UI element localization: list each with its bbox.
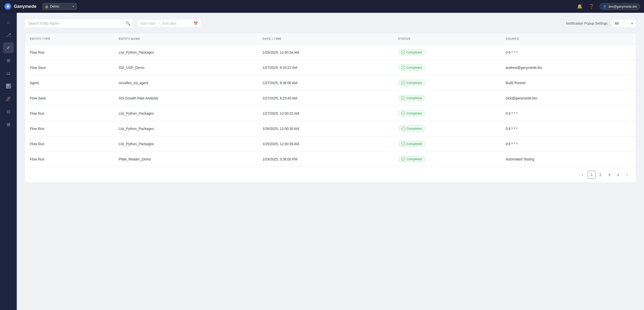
col-source: SOURCE — [501, 33, 636, 45]
cell-status: ✓Completed — [393, 91, 501, 106]
cell-status: ✓Completed — [393, 152, 501, 167]
cell-source: andrew@ganymede.bio — [501, 60, 636, 75]
pagination-page-2[interactable]: 2 — [596, 171, 604, 179]
cell-entity-name: List_Python_Packages — [114, 121, 258, 136]
sidebar-item-activity[interactable]: ✓ — [3, 42, 14, 53]
status-label: Completed — [406, 81, 422, 85]
status-badge: ✓Completed — [398, 49, 425, 55]
status-label: Completed — [406, 112, 422, 115]
cell-date-time: 1/26/2025, 12:00:30 AM — [258, 121, 393, 136]
cell-status: ✓Completed — [393, 60, 501, 75]
cell-date-time: 1/25/2025, 12:00:35 AM — [258, 136, 393, 152]
status-check-icon: ✓ — [401, 50, 405, 54]
status-badge: ✓Completed — [398, 126, 425, 132]
settings-dropdown-arrow-icon: ▾ — [631, 21, 633, 25]
cell-entity-type: Flow Run — [25, 121, 114, 136]
status-badge: ✓Completed — [398, 110, 425, 116]
cell-entity-type: Flow Run — [25, 106, 114, 121]
cell-entity-name: List_Python_Packages — [114, 45, 258, 60]
status-check-icon: ✓ — [401, 81, 405, 85]
search-button[interactable]: 🔍 — [126, 21, 130, 26]
notification-settings-value: All — [615, 21, 618, 25]
table-row[interactable]: Flow RunList_Python_Packages1/25/2025, 1… — [25, 136, 636, 152]
end-date-placeholder: End date — [162, 21, 176, 25]
cell-entity-name: List_Python_Packages — [114, 136, 258, 152]
activity-table: ENTITY TYPE ENTITY NAME DATE / TIME STAT… — [25, 33, 636, 166]
table2-icon: ⊠ — [7, 122, 10, 127]
cell-entity-name: Plate_Reader_Demo — [114, 152, 258, 167]
notification-settings-dropdown[interactable]: All ▾ — [612, 19, 636, 27]
pagination-prev[interactable]: ‹ — [579, 171, 586, 179]
status-label: Completed — [406, 157, 422, 161]
sidebar-item-rocket[interactable]: 🚀 — [3, 94, 14, 104]
cell-source: 0 8 * * * — [501, 45, 636, 60]
status-badge: ✓Completed — [398, 80, 425, 86]
cell-entity-name: List_Python_Packages — [114, 106, 258, 121]
table-row[interactable]: Flow RunPlate_Reader_Demo1/24/2025, 5:36… — [25, 152, 636, 167]
cell-entity-type: Flow Run — [25, 136, 114, 152]
user-menu-button[interactable]: 👤 dev@ganymede.bio — [600, 3, 640, 10]
cell-status: ✓Completed — [393, 75, 501, 91]
cell-date-time: 1/27/2025, 8:23:40 AM — [258, 91, 393, 106]
start-date-placeholder: Start date — [140, 21, 155, 25]
cell-source: 0 8 * * * — [501, 121, 636, 136]
notifications-button[interactable]: 🔔 — [576, 3, 584, 10]
pagination-page-4[interactable]: 4 — [614, 171, 622, 179]
date-range-wrapper[interactable]: Start date → End date 📅 — [137, 19, 201, 27]
cell-source: nick@ganymede.bio — [501, 91, 636, 106]
topnav: Ganymede 🔒 Demo ▾ 🔔 ❓ 👤 dev@ganymede.bio — [0, 0, 644, 13]
help-button[interactable]: ❓ — [588, 3, 595, 10]
col-entity-name: ENTITY NAME — [114, 33, 258, 45]
sidebar-item-branch[interactable]: ⎇ — [3, 29, 14, 40]
table-header: ENTITY TYPE ENTITY NAME DATE / TIME STAT… — [25, 33, 636, 45]
sidebar-item-chart[interactable]: 📊 — [3, 81, 14, 92]
sidebar-item-table2[interactable]: ⊠ — [3, 119, 14, 130]
cell-source: 0 8 * * * — [501, 106, 636, 121]
pagination-page-3[interactable]: 3 — [605, 171, 613, 179]
cell-source: 0 8 * * * — [501, 136, 636, 152]
cell-source: Build Runner — [501, 75, 636, 91]
sidebar-item-home[interactable]: ⌂ — [3, 17, 14, 27]
sidebar-item-dashboard[interactable]: ⊟ — [3, 106, 14, 117]
chart-icon: 📊 — [6, 83, 11, 89]
cell-status: ✓Completed — [393, 121, 501, 136]
cell-date-time: 1/28/2025, 12:00:34 AM — [258, 45, 393, 60]
search-wrapper: 🔍 — [25, 19, 133, 28]
cell-entity-type: Flow Save — [25, 91, 114, 106]
activity-table-container: ENTITY TYPE ENTITY NAME DATE / TIME STAT… — [25, 33, 636, 183]
sidebar-item-grid[interactable]: ⊞ — [3, 55, 14, 66]
ganymede-logo-icon — [4, 2, 12, 10]
cell-date-time: 1/27/2025, 8:36:06 AM — [258, 75, 393, 91]
cell-status: ✓Completed — [393, 136, 501, 152]
sidebar-item-folder[interactable]: 🗂 — [3, 68, 14, 79]
notification-settings: Notification Popup Settings : All ▾ — [566, 19, 636, 27]
cell-date-time: 1/27/2025, 12:00:32 AM — [258, 106, 393, 121]
table-body: Flow RunList_Python_Packages1/28/2025, 1… — [25, 45, 636, 167]
table-row[interactable]: Flow RunList_Python_Packages1/27/2025, 1… — [25, 106, 636, 121]
table-row[interactable]: Flow SaveSSI Growth Rate Analysis1/27/20… — [25, 91, 636, 106]
status-check-icon: ✓ — [401, 66, 405, 69]
cell-date-time: 1/27/2025, 9:15:22 AM — [258, 60, 393, 75]
workspace-selector[interactable]: 🔒 Demo ▾ — [42, 3, 77, 10]
status-check-icon: ✓ — [401, 142, 405, 146]
table-row[interactable]: Flow RunList_Python_Packages1/26/2025, 1… — [25, 121, 636, 136]
notification-settings-label: Notification Popup Settings : — [566, 21, 610, 25]
status-label: Completed — [406, 66, 422, 69]
table-row[interactable]: Flow RunList_Python_Packages1/28/2025, 1… — [25, 45, 636, 60]
pagination-next[interactable]: › — [623, 171, 631, 179]
pagination: ‹ 1 2 3 4 › — [25, 166, 636, 182]
table-row[interactable]: Agentnovaflex_ssi_agent1/27/2025, 8:36:0… — [25, 75, 636, 91]
status-label: Completed — [406, 96, 422, 100]
folder-icon: 🗂 — [6, 71, 10, 76]
home-icon: ⌂ — [7, 20, 10, 25]
status-badge: ✓Completed — [398, 156, 425, 162]
table-scroll-area[interactable]: ENTITY TYPE ENTITY NAME DATE / TIME STAT… — [25, 33, 636, 166]
status-badge: ✓Completed — [398, 64, 425, 71]
cell-entity-type: Flow Save — [25, 60, 114, 75]
status-badge: ✓Completed — [398, 95, 425, 101]
cell-status: ✓Completed — [393, 106, 501, 121]
cell-status: ✓Completed — [393, 45, 501, 60]
pagination-page-1[interactable]: 1 — [588, 171, 596, 179]
table-row[interactable]: Flow SaveSSI_USP_Demo1/27/2025, 9:15:22 … — [25, 60, 636, 75]
search-input[interactable] — [25, 19, 133, 28]
